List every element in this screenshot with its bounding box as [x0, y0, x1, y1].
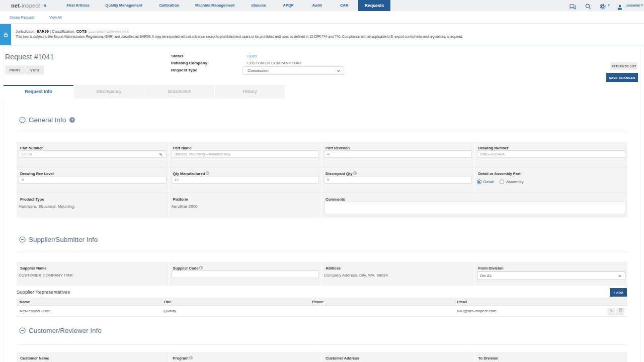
edit-pencil-icon[interactable]: ✎: [159, 152, 163, 157]
lock-icon: [0, 24, 11, 45]
part-name-input[interactable]: [172, 150, 319, 158]
field-qty-manufactured: Qty Manufactured?: [170, 167, 323, 193]
rep-email: NIU@net-inspect.com: [454, 306, 579, 317]
field-drawing-number: Drawing Number: [475, 142, 628, 167]
save-changes-button[interactable]: SAVE CHANGES: [606, 73, 638, 82]
field-drawing-rev-level: Drawing Rev Level: [17, 167, 170, 193]
collapse-icon[interactable]: [19, 117, 26, 123]
return-to-list-button[interactable]: RETURN TO LIST: [610, 62, 637, 70]
divider: [17, 252, 627, 252]
request-type-select[interactable]: Concession: [243, 66, 344, 75]
supplier-code-input[interactable]: [172, 270, 319, 278]
reps-header-row: Name Title Phone Email: [17, 298, 627, 306]
help-icon[interactable]: ?: [353, 171, 357, 175]
panel-right-edge: [640, 48, 640, 362]
messages-icon[interactable]: [570, 3, 576, 12]
add-representative-button[interactable]: + ADD: [610, 288, 627, 297]
col-phone: Phone: [309, 298, 454, 306]
initiating-company-value: CUSTOMER COMPANY ITAR: [247, 61, 301, 65]
rep-name: Net-Inspect User: [17, 306, 160, 317]
tab-history[interactable]: History: [215, 85, 285, 99]
collapse-icon[interactable]: [19, 236, 26, 243]
reps-row: Net-Inspect User Quality NIU@net-inspect…: [17, 306, 627, 317]
nav-esource[interactable]: eSource: [251, 0, 266, 11]
select-chevron-icon: [618, 274, 621, 277]
field-address: Address Company Address, City, WA, 98034: [322, 262, 475, 286]
field-platform: Platform AeroStar-2000: [170, 193, 323, 218]
user-menu[interactable]: JASMINE: [626, 0, 640, 11]
field-from-division: From Division Div A1: [475, 262, 628, 286]
field-supplier-code: Supplier Code?: [170, 262, 323, 286]
banner-company: CUSTOMER COMPANY ITAR: [88, 30, 129, 33]
field-customer-name: Customer Name: [17, 352, 170, 362]
assembly-radio[interactable]: [500, 179, 504, 184]
supplier-section-header: Supplier/Submitter Info: [19, 236, 98, 243]
rep-phone: [309, 306, 454, 317]
help-icon[interactable]: ?: [189, 356, 193, 359]
print-button[interactable]: PRINT: [5, 65, 25, 74]
discrepant-qty-input[interactable]: [324, 176, 472, 184]
tab-documents[interactable]: Documents: [144, 85, 214, 99]
part-revision-input[interactable]: [324, 150, 472, 158]
supplier-reps-title: Supplier Representatives: [17, 289, 70, 295]
nav-requests[interactable]: Requests: [358, 0, 390, 11]
field-comments: Comments: [322, 193, 627, 218]
search-icon[interactable]: [585, 3, 591, 12]
qty-manufactured-input[interactable]: [172, 176, 319, 184]
delete-rep-button[interactable]: [616, 308, 624, 315]
part-number-input[interactable]: [19, 150, 167, 158]
tab-discrepancy[interactable]: Discrepancy: [74, 85, 144, 99]
drawing-number-input[interactable]: [477, 150, 626, 158]
top-nav-bar: net-inspect First Articles Quality Manag…: [0, 0, 644, 11]
nav-first-articles[interactable]: First Articles: [66, 0, 90, 11]
comments-input[interactable]: [324, 202, 625, 214]
rep-title: Quality: [160, 306, 309, 317]
tab-request-info[interactable]: Request Info: [4, 85, 73, 99]
banner-body-text: This item is subject to the Export Admin…: [16, 35, 463, 38]
settings-caret-icon[interactable]: [608, 5, 610, 6]
field-discrepant-qty: Discrepant Qty?: [322, 167, 475, 193]
field-to-division: To Division: [475, 352, 628, 362]
user-caret-icon[interactable]: [641, 5, 643, 6]
help-icon[interactable]: ?: [199, 266, 203, 269]
field-detail-or-assembly: Detail or Assembly Part Detail Assembly: [475, 167, 628, 193]
app-logo[interactable]: net-inspect: [11, 0, 40, 11]
col-title: Title: [160, 298, 309, 306]
help-icon[interactable]: ?: [69, 117, 75, 123]
select-chevron-icon: [337, 69, 340, 72]
general-info-title: General Info: [29, 116, 66, 124]
page-title: Request #1041: [5, 53, 54, 61]
col-email: Email: [454, 298, 579, 306]
subnav-create-request[interactable]: Create Request: [10, 11, 34, 24]
nav-audit[interactable]: Audit: [312, 0, 321, 11]
field-product-type: Product Type Hardware, Structural, Mount…: [17, 193, 170, 218]
field-customer-address: Customer Address: [322, 352, 475, 362]
edit-rep-button[interactable]: ✎: [607, 308, 615, 315]
request-type-label: Request Type: [171, 68, 197, 72]
from-division-select[interactable]: Div A1: [477, 272, 626, 280]
divider: [17, 344, 627, 345]
collapse-icon[interactable]: [19, 327, 26, 334]
col-name: Name: [17, 298, 160, 306]
void-button[interactable]: VOID: [25, 65, 44, 74]
general-info-section-header: General Info ?: [19, 116, 75, 124]
nav-quality-management[interactable]: Quality Management: [105, 0, 142, 11]
nav-car[interactable]: CAR: [340, 0, 348, 11]
subnav-view-all[interactable]: View All: [49, 11, 61, 24]
settings-gear-icon[interactable]: [600, 3, 606, 12]
detail-radio[interactable]: [477, 179, 481, 184]
nav-apqp[interactable]: APQP: [283, 0, 293, 11]
export-control-banner: Jurisdiction: EAR99 | Classification: CO…: [0, 24, 644, 45]
customer-info-title: Customer/Reviewer Info: [29, 327, 102, 334]
nav-calibration[interactable]: Calibration: [159, 0, 179, 11]
customer-info-grid: Customer Name Program? Customer Address …: [17, 352, 627, 362]
banner-classification-line: Jurisdiction: EAR99 | Classification: CO…: [16, 29, 129, 34]
help-icon[interactable]: ?: [206, 171, 209, 175]
divider: [17, 132, 627, 132]
field-part-name: Part Name: [170, 142, 323, 167]
drawing-rev-level-input[interactable]: [19, 176, 167, 184]
status-value[interactable]: Open: [247, 54, 257, 58]
supplier-info-grid: Supplier Name CUSTOMER COMPANY ITAR Supp…: [17, 262, 627, 286]
nav-machine-management[interactable]: Machine Management: [195, 0, 234, 11]
customer-section-header: Customer/Reviewer Info: [19, 327, 102, 334]
